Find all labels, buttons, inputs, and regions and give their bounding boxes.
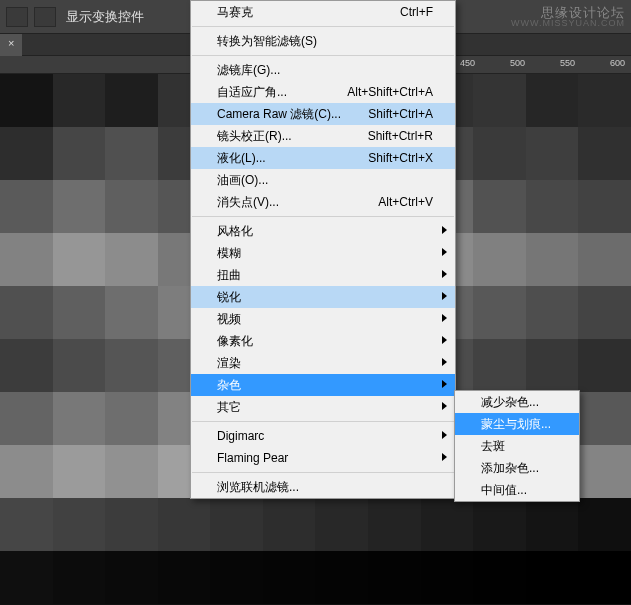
ruler-tick: 600 — [610, 58, 625, 68]
menu-item[interactable]: 杂色 — [191, 374, 455, 396]
menu-item-label: 镜头校正(R)... — [217, 128, 356, 145]
menu-separator — [192, 421, 454, 422]
ruler-tick: 450 — [460, 58, 475, 68]
submenu-item-label: 减少杂色... — [481, 394, 557, 411]
tool-swatch[interactable] — [6, 7, 28, 27]
menu-item[interactable]: 液化(L)...Shift+Ctrl+X — [191, 147, 455, 169]
menu-item-label: 滤镜库(G)... — [217, 62, 433, 79]
menu-item-label: 其它 — [217, 399, 433, 416]
submenu-arrow-icon — [442, 270, 447, 278]
menu-item[interactable]: 像素化 — [191, 330, 455, 352]
submenu-arrow-icon — [442, 453, 447, 461]
menu-item-label: 渲染 — [217, 355, 433, 372]
submenu-item[interactable]: 添加杂色... — [455, 457, 579, 479]
submenu-item-label: 蒙尘与划痕... — [481, 416, 557, 433]
menu-item[interactable]: 扭曲 — [191, 264, 455, 286]
menu-item[interactable]: 其它 — [191, 396, 455, 418]
menu-item-label: 像素化 — [217, 333, 433, 350]
menu-item[interactable]: 滤镜库(G)... — [191, 59, 455, 81]
menu-item-label: Digimarc — [217, 429, 433, 443]
submenu-arrow-icon — [442, 226, 447, 234]
menu-item-label: 扭曲 — [217, 267, 433, 284]
menu-item[interactable]: 镜头校正(R)...Shift+Ctrl+R — [191, 125, 455, 147]
menu-separator — [192, 26, 454, 27]
submenu-item[interactable]: 去斑 — [455, 435, 579, 457]
submenu-item[interactable]: 中间值... — [455, 479, 579, 501]
transform-controls-checkbox-label[interactable]: 显示变换控件 — [66, 8, 144, 26]
menu-item[interactable]: 渲染 — [191, 352, 455, 374]
submenu-item-label: 去斑 — [481, 438, 557, 455]
menu-item-shortcut: Shift+Ctrl+A — [356, 107, 433, 121]
menu-item[interactable]: 视频 — [191, 308, 455, 330]
tab-close-icon[interactable]: × — [8, 37, 14, 49]
menu-item-label: 消失点(V)... — [217, 194, 366, 211]
menu-item[interactable]: 自适应广角...Alt+Shift+Ctrl+A — [191, 81, 455, 103]
tool-swatch-2[interactable] — [34, 7, 56, 27]
menu-separator — [192, 55, 454, 56]
menu-item[interactable]: 转换为智能滤镜(S) — [191, 30, 455, 52]
submenu-item-label: 添加杂色... — [481, 460, 557, 477]
submenu-arrow-icon — [442, 358, 447, 366]
menu-item[interactable]: 风格化 — [191, 220, 455, 242]
menu-item-label: 液化(L)... — [217, 150, 356, 167]
noise-submenu: 减少杂色...蒙尘与划痕...去斑添加杂色...中间值... — [454, 390, 580, 502]
menu-item[interactable]: Digimarc — [191, 425, 455, 447]
menu-item-label: 转换为智能滤镜(S) — [217, 33, 433, 50]
menu-item-shortcut: Ctrl+F — [388, 5, 433, 19]
menu-item[interactable]: 浏览联机滤镜... — [191, 476, 455, 498]
menu-item-label: 锐化 — [217, 289, 433, 306]
menu-item-label: 浏览联机滤镜... — [217, 479, 433, 496]
menu-item[interactable]: 消失点(V)...Alt+Ctrl+V — [191, 191, 455, 213]
submenu-arrow-icon — [442, 292, 447, 300]
menu-item[interactable]: Camera Raw 滤镜(C)...Shift+Ctrl+A — [191, 103, 455, 125]
ruler-tick: 550 — [560, 58, 575, 68]
filter-menu: 马赛克Ctrl+F转换为智能滤镜(S)滤镜库(G)...自适应广角...Alt+… — [190, 0, 456, 499]
submenu-arrow-icon — [442, 402, 447, 410]
document-tab[interactable]: × — [0, 34, 22, 56]
menu-item-shortcut: Alt+Ctrl+V — [366, 195, 433, 209]
menu-separator — [192, 216, 454, 217]
menu-item-label: 风格化 — [217, 223, 433, 240]
menu-item-label: 模糊 — [217, 245, 433, 262]
submenu-arrow-icon — [442, 336, 447, 344]
submenu-arrow-icon — [442, 248, 447, 256]
submenu-item[interactable]: 蒙尘与划痕... — [455, 413, 579, 435]
submenu-arrow-icon — [442, 431, 447, 439]
menu-item-label: 马赛克 — [217, 4, 388, 21]
menu-item[interactable]: 模糊 — [191, 242, 455, 264]
menu-item-label: Flaming Pear — [217, 451, 433, 465]
menu-separator — [192, 472, 454, 473]
submenu-item-label: 中间值... — [481, 482, 557, 499]
menu-item-label: 油画(O)... — [217, 172, 433, 189]
submenu-arrow-icon — [442, 314, 447, 322]
menu-item-label: 杂色 — [217, 377, 433, 394]
menu-item[interactable]: Flaming Pear — [191, 447, 455, 469]
menu-item-shortcut: Shift+Ctrl+X — [356, 151, 433, 165]
menu-item-label: Camera Raw 滤镜(C)... — [217, 106, 356, 123]
submenu-item[interactable]: 减少杂色... — [455, 391, 579, 413]
menu-item-shortcut: Shift+Ctrl+R — [356, 129, 433, 143]
menu-item[interactable]: 油画(O)... — [191, 169, 455, 191]
submenu-arrow-icon — [442, 380, 447, 388]
watermark-text: WWW.MISSYUAN.COM — [511, 18, 625, 28]
ruler-tick: 500 — [510, 58, 525, 68]
menu-item-label: 视频 — [217, 311, 433, 328]
menu-item-shortcut: Alt+Shift+Ctrl+A — [335, 85, 433, 99]
menu-item[interactable]: 马赛克Ctrl+F — [191, 1, 455, 23]
menu-item[interactable]: 锐化 — [191, 286, 455, 308]
menu-item-label: 自适应广角... — [217, 84, 335, 101]
